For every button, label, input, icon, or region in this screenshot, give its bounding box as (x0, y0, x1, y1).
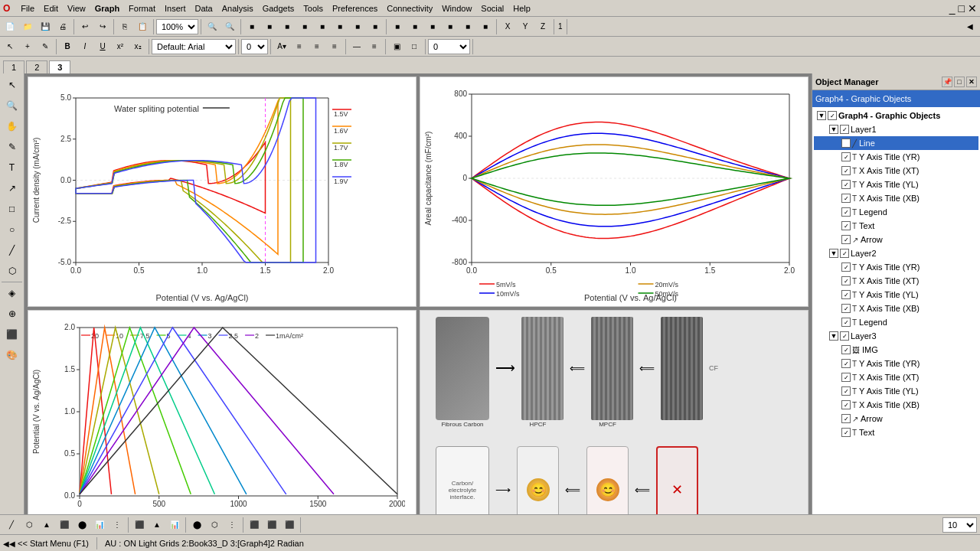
layer3-arrow[interactable]: ✓ ↗ Arrow (814, 412, 978, 425)
bold-btn[interactable]: B (59, 38, 76, 55)
tab-1[interactable]: 1 (3, 60, 24, 73)
menu-gadgets[interactable]: Gadgets (258, 2, 299, 15)
data-reader[interactable]: ◈ (2, 283, 22, 303)
menu-view[interactable]: View (63, 2, 90, 15)
layer1-yr[interactable]: ✓ T Y Axis Title (YR) (814, 150, 978, 164)
layer1-yl[interactable]: ✓ T Y Axis Title (YL) (814, 178, 978, 191)
layer2-yl[interactable]: ✓ T Y Axis Title (YL) (814, 288, 978, 302)
subscript-btn[interactable]: x₂ (129, 38, 146, 55)
btm-btn-6[interactable]: 📊 (91, 517, 108, 533)
fill-color-btn[interactable]: ▣ (388, 38, 405, 55)
zoom-out-btn[interactable]: 🔍 (221, 18, 238, 35)
zoom-tool[interactable]: 🔍 (2, 96, 22, 116)
btm-btn-13[interactable]: ⋮ (224, 517, 240, 533)
layer2-xt[interactable]: ✓ T X Axis Title (XT) (814, 274, 978, 288)
layer3-expand[interactable]: ▼ (829, 331, 838, 341)
pan-tool[interactable]: ✋ (2, 116, 22, 136)
btm-btn-4[interactable]: ⬛ (56, 517, 73, 533)
btm-btn-1[interactable]: ╱ (3, 517, 20, 533)
tb-btn-14[interactable]: ■ (477, 18, 494, 35)
tb-btn-5[interactable]: ■ (314, 18, 331, 35)
layer1-arrow[interactable]: ✓ ↗ Arrow (814, 233, 978, 246)
layer1-xt[interactable]: ✓ T X Axis Title (XT) (814, 164, 978, 178)
l3-text-checkbox[interactable]: ✓ (841, 428, 851, 437)
l1-xb-checkbox[interactable]: ✓ (841, 194, 851, 203)
font-select[interactable]: Default: Arial (152, 39, 236, 54)
l1-yr-checkbox[interactable]: ✓ (841, 152, 851, 161)
l3-xb-checkbox[interactable]: ✓ (841, 400, 851, 409)
color-picker[interactable]: 🎨 (2, 345, 22, 365)
menu-help[interactable]: Help (508, 2, 535, 15)
tb-btn-3[interactable]: ■ (279, 18, 296, 35)
undo-btn[interactable]: ↩ (77, 18, 93, 35)
graph-3[interactable] (28, 310, 416, 514)
redo-btn[interactable]: ↪ (94, 18, 111, 35)
new-btn[interactable]: 📄 (2, 18, 18, 35)
layer1-expand[interactable]: ▼ (829, 125, 838, 134)
ellipse-tool[interactable]: ○ (2, 220, 22, 240)
tb2-btn-1[interactable]: + (19, 38, 36, 55)
line-size-select[interactable]: 0 (428, 39, 470, 54)
paste-btn[interactable]: 📋 (134, 18, 151, 35)
superscript-btn[interactable]: x² (112, 38, 129, 55)
menu-data[interactable]: Data (190, 2, 217, 15)
tb-btn-15[interactable]: X (499, 18, 516, 35)
tb-btn-10[interactable]: ■ (407, 18, 423, 35)
tree-root[interactable]: ▼ ✓ Graph4 - Graphic Objects (814, 109, 978, 122)
text-tool[interactable]: T (2, 158, 22, 178)
layer3-xt[interactable]: ✓ T X Axis Title (XT) (814, 370, 978, 384)
graph-2[interactable] (420, 77, 808, 307)
save-btn[interactable]: 💾 (37, 18, 54, 35)
rect-tool[interactable]: □ (2, 199, 22, 219)
menu-social[interactable]: Social (476, 2, 508, 15)
layer1-xb[interactable]: ✓ T X Axis Title (XB) (814, 191, 978, 205)
l2-yr-checkbox[interactable]: ✓ (841, 262, 851, 272)
layer1-text[interactable]: ✓ T Text (814, 219, 978, 233)
tab-2[interactable]: 2 (26, 60, 47, 73)
btm-btn-10[interactable]: 📊 (166, 517, 183, 533)
status-left[interactable]: ◀◀ << Start Menu (F1) (3, 539, 89, 548)
btm-btn-16[interactable]: ⬛ (281, 517, 298, 533)
l3-arrow-checkbox[interactable]: ✓ (841, 414, 851, 423)
layer3-yl[interactable]: ✓ T Y Axis Title (YL) (814, 384, 978, 398)
line-width-btn[interactable]: ≡ (366, 38, 383, 55)
mask-tool[interactable]: ⬛ (2, 324, 22, 344)
layer3-item[interactable]: ▼ ✓ Layer3 (814, 329, 978, 343)
layer1-line[interactable]: ✓ ╱ Line (814, 136, 978, 150)
l1-text-checkbox[interactable]: ✓ (841, 221, 851, 230)
open-btn[interactable]: 📁 (19, 18, 36, 35)
btm-btn-7[interactable]: ⋮ (109, 517, 126, 533)
minimize-panel-btn[interactable]: ◀ (962, 18, 978, 35)
menu-graph[interactable]: Graph (90, 2, 124, 15)
layer2-checkbox[interactable]: ✓ (840, 249, 849, 258)
align-center-btn[interactable]: ≡ (309, 38, 325, 55)
tb-btn-11[interactable]: ■ (424, 18, 441, 35)
italic-btn[interactable]: I (77, 38, 93, 55)
layer3-yr[interactable]: ✓ T Y Axis Title (YR) (814, 357, 978, 370)
layer3-img[interactable]: ✓ 🖼 IMG (814, 343, 978, 357)
btm-btn-15[interactable]: ⬛ (263, 517, 280, 533)
tb-btn-1[interactable]: ■ (243, 18, 260, 35)
layer1-legend[interactable]: ✓ T Legend (814, 205, 978, 219)
tb-btn-13[interactable]: ■ (459, 18, 476, 35)
l2-legend-checkbox[interactable]: ✓ (841, 318, 851, 327)
menu-tools[interactable]: Tools (299, 2, 328, 15)
layer1-checkbox[interactable]: ✓ (840, 125, 849, 134)
btm-btn-12[interactable]: ⬡ (206, 517, 223, 533)
tb-btn-7[interactable]: ■ (349, 18, 366, 35)
float-btn[interactable]: □ (954, 77, 965, 87)
btm-btn-14[interactable]: ⬛ (246, 517, 263, 533)
l3-xt-checkbox[interactable]: ✓ (841, 373, 851, 382)
menu-format[interactable]: Format (124, 2, 160, 15)
close-panel-btn[interactable]: ✕ (966, 77, 977, 87)
tb-btn-12[interactable]: ■ (442, 18, 459, 35)
print-btn[interactable]: 🖨 (54, 18, 71, 35)
menu-connectivity[interactable]: Connectivity (382, 2, 437, 15)
select-btn[interactable]: ↖ (2, 38, 18, 55)
underline-btn[interactable]: U (94, 38, 111, 55)
root-checkbox[interactable]: ✓ (828, 111, 837, 120)
layer2-item[interactable]: ▼ ✓ Layer2 (814, 246, 978, 260)
l1-yl-checkbox[interactable]: ✓ (841, 180, 851, 189)
root-expand[interactable]: ▼ (817, 111, 826, 120)
line-tool[interactable]: ╱ (2, 240, 22, 260)
